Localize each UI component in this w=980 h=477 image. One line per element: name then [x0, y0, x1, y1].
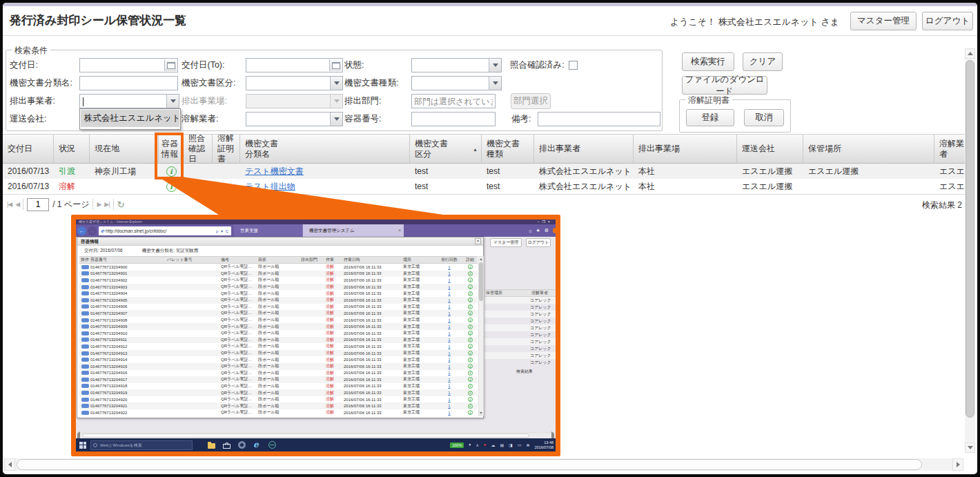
print-button[interactable] [81, 271, 89, 275]
detail-info-icon[interactable]: i [468, 384, 473, 389]
issue-count-link[interactable]: 1 [448, 278, 450, 282]
issue-count-link[interactable]: 1 [448, 358, 450, 362]
print-button[interactable] [81, 398, 89, 402]
detail-info-icon[interactable]: i [468, 364, 473, 369]
doc-type-select[interactable] [411, 76, 502, 90]
detail-info-icon[interactable]: i [468, 284, 473, 289]
globe-app-icon[interactable] [268, 441, 276, 449]
detail-info-icon[interactable]: i [468, 324, 473, 329]
issue-count-link[interactable]: 1 [448, 324, 450, 329]
taskbar-search-input[interactable]: WebとWindowsを検索 [90, 440, 193, 450]
page-number-input[interactable] [27, 198, 49, 211]
print-button[interactable] [81, 351, 89, 356]
print-button[interactable] [81, 364, 89, 369]
print-button[interactable] [81, 318, 89, 322]
app-icon[interactable] [238, 441, 246, 449]
browser-tab-active[interactable]: 機密文書管理システム× [303, 224, 404, 237]
print-button[interactable] [81, 391, 89, 395]
column-header[interactable]: 保管場所 [803, 135, 934, 163]
column-header[interactable]: 照合 確認日 [184, 135, 213, 163]
vertical-scrollbar[interactable] [965, 48, 975, 453]
detail-info-icon[interactable]: i [468, 397, 473, 402]
print-button[interactable] [81, 344, 89, 349]
start-button-icon[interactable] [79, 442, 86, 449]
vertical-scroll-thumb[interactable] [966, 60, 974, 418]
column-header[interactable]: 現在地 [90, 135, 159, 163]
issue-date-input[interactable] [79, 58, 178, 72]
forward-icon[interactable]: → [88, 226, 97, 235]
print-button[interactable] [81, 311, 89, 315]
print-button[interactable] [81, 358, 89, 362]
column-header[interactable]: 溶解 証明書 [213, 135, 240, 163]
print-button[interactable] [81, 411, 89, 415]
scroll-down-button[interactable] [965, 442, 975, 453]
document-link[interactable]: テスト機密文書 [245, 166, 304, 177]
detail-info-icon[interactable]: i [468, 271, 473, 276]
scroll-right-button[interactable] [952, 458, 963, 471]
dropdown-option[interactable]: 株式会社エスエルネット [81, 110, 179, 127]
certificate-register-button[interactable]: 登録 [686, 109, 734, 126]
issue-count-link[interactable]: 1 [448, 265, 450, 269]
print-button[interactable] [81, 404, 89, 408]
store-icon[interactable] [223, 444, 231, 449]
detail-info-icon[interactable]: i [468, 358, 473, 362]
dialog-scroll-down[interactable] [479, 411, 483, 416]
detail-info-icon[interactable]: i [468, 304, 473, 309]
prev-page-button[interactable]: ◀ [15, 201, 19, 208]
print-button[interactable] [81, 278, 89, 282]
settings-gear-icon[interactable]: ⚙ [545, 228, 549, 233]
print-button[interactable] [81, 298, 89, 302]
back-icon[interactable]: ← [77, 226, 86, 235]
scroll-up-button[interactable] [965, 48, 975, 59]
column-header[interactable]: 機密文書 区分▲ [410, 135, 482, 163]
file-explorer-icon[interactable] [208, 443, 215, 449]
detail-info-icon[interactable]: i [468, 391, 473, 396]
dialog-titlebar[interactable]: 容器情報 × [77, 237, 483, 246]
detail-info-icon[interactable]: i [468, 278, 473, 282]
column-header[interactable]: 状況 [54, 135, 90, 163]
column-header[interactable]: 交付日 [3, 135, 54, 163]
issue-count-link[interactable]: 1 [448, 291, 450, 295]
detail-info-icon[interactable]: i [468, 264, 473, 269]
dialog-close-icon[interactable]: × [475, 238, 481, 244]
browser-tab-sales-support[interactable]: 営業支援 [234, 224, 303, 237]
dissolver-select[interactable] [246, 112, 343, 126]
detail-info-icon[interactable]: i [468, 291, 473, 296]
issue-count-link[interactable]: 1 [448, 371, 450, 375]
issue-count-link[interactable]: 1 [448, 411, 450, 415]
tab-close-icon[interactable]: × [398, 224, 401, 237]
horizontal-scrollbar[interactable] [4, 458, 963, 471]
issue-count-link[interactable]: 1 [448, 331, 450, 335]
emitter-combo[interactable] [79, 94, 179, 108]
home-icon[interactable]: ⌂ [529, 228, 531, 233]
search-refresh-icons[interactable]: ρ ▾ C [216, 228, 229, 233]
print-button[interactable] [81, 384, 89, 388]
detail-info-icon[interactable]: i [468, 404, 473, 409]
detail-info-icon[interactable]: i [468, 351, 473, 356]
dialog-scroll-thumb[interactable] [479, 262, 483, 301]
container-no-input[interactable] [411, 112, 496, 126]
clear-button[interactable]: クリア [743, 52, 783, 71]
print-button[interactable] [81, 265, 89, 269]
container-info-icon[interactable]: i [166, 182, 177, 192]
logout-button[interactable]: ログアウト [922, 12, 973, 30]
column-header[interactable]: 溶解業者 [934, 135, 968, 163]
doc-class-name-input[interactable] [79, 76, 178, 90]
verified-checkbox[interactable] [569, 61, 578, 70]
url-box[interactable]: e http://docman.slnet.jp/cnfddoc/ ρ ▾ C [99, 226, 231, 235]
column-header[interactable]: 機密文書 分類名 [240, 135, 410, 163]
column-header[interactable]: 排出事業者 [534, 135, 634, 163]
dialog-scrollbar[interactable] [478, 256, 484, 416]
issue-count-link[interactable]: 1 [448, 404, 450, 408]
favorites-star-icon[interactable]: ★ [536, 228, 540, 233]
calendar-icon[interactable] [164, 59, 177, 71]
search-execute-button[interactable]: 検索実行 [682, 52, 734, 71]
detail-info-icon[interactable]: i [468, 311, 473, 315]
print-button[interactable] [81, 371, 89, 375]
print-button[interactable] [81, 285, 89, 289]
issue-date-to-input[interactable] [246, 58, 343, 72]
certificate-cancel-button[interactable]: 取消 [744, 109, 784, 126]
issue-count-link[interactable]: 1 [448, 285, 450, 289]
issue-count-link[interactable]: 1 [448, 364, 450, 369]
issue-count-link[interactable]: 1 [448, 398, 450, 402]
